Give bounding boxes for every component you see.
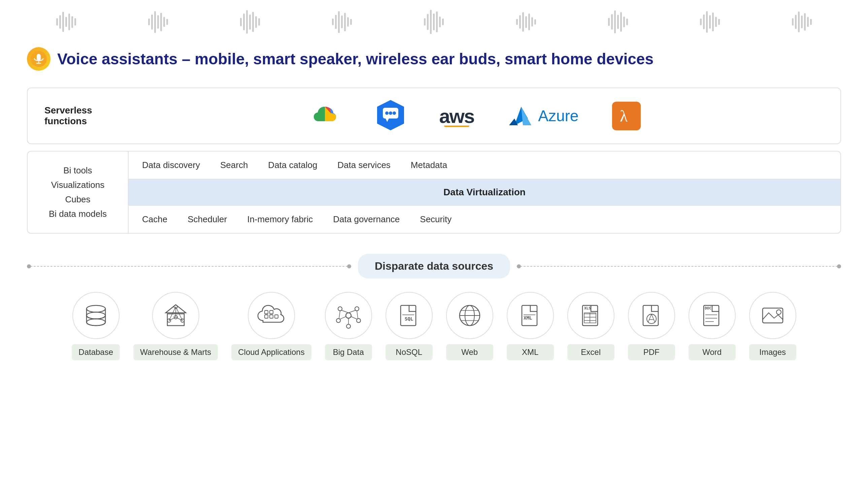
svg-text:XML: XML [524, 315, 532, 320]
waveform-bar [700, 18, 702, 25]
waveform-bar [718, 19, 720, 25]
waveform-bar [433, 13, 435, 30]
waveform-bar [62, 12, 64, 32]
waveform-bar [243, 13, 245, 30]
web-label: Web [446, 344, 493, 360]
waveform-bar [427, 14, 429, 30]
svg-rect-26 [265, 315, 268, 318]
svg-line-37 [341, 310, 348, 313]
word-icon-container: DOC [688, 292, 736, 339]
waveform-bar [525, 16, 527, 28]
data-governance: Data governance [333, 214, 400, 225]
azure-icon: Azure [508, 105, 578, 127]
waveform-bar [804, 13, 806, 31]
waveform-bar [516, 19, 518, 25]
svg-point-14 [87, 312, 105, 319]
waveform-bar [620, 12, 622, 32]
waveform-section [0, 0, 868, 40]
svg-text:λ: λ [620, 107, 628, 125]
waveform-bar [715, 17, 717, 27]
svg-point-12 [87, 305, 105, 312]
svg-line-40 [351, 316, 357, 319]
waveform-bar [442, 18, 444, 25]
serverless-box: Serverless functions [27, 88, 841, 144]
data-source-web: Web [446, 292, 493, 360]
voice-icon [27, 47, 51, 71]
data-panel: Data discovery Search Data catalog Data … [129, 152, 840, 233]
waveform-bar [519, 15, 521, 29]
svg-point-7 [389, 112, 392, 115]
database-label: Database [72, 344, 120, 360]
waveform-bar [436, 11, 438, 32]
bi-tools-item-3: Cubes [41, 194, 115, 205]
waveform-bar [157, 15, 159, 29]
dashed-line-left [27, 266, 351, 267]
waveform-bar [531, 17, 533, 27]
waveform-bar [240, 18, 242, 26]
data-source-xml: XML XML [507, 292, 554, 360]
pdf-icon-container [628, 292, 675, 339]
waveform-bar [65, 17, 67, 27]
svg-line-39 [340, 316, 346, 319]
svg-rect-1 [37, 54, 41, 61]
waveform-bar [611, 14, 613, 30]
bi-tools-panel: Bi tools Visualizations Cubes Bi data mo… [28, 152, 129, 233]
waveform-group-9 [792, 11, 812, 32]
svg-rect-44 [401, 305, 416, 326]
svg-line-42 [339, 311, 340, 318]
waveform-bar [522, 12, 524, 32]
dashed-line-right [517, 266, 841, 267]
waveform-group-2 [148, 11, 168, 33]
lambda-icon: λ [612, 102, 641, 130]
waveform-bar [792, 18, 793, 26]
waveform-bar [347, 17, 349, 27]
data-source-cloud: Cloud Applications [231, 292, 311, 360]
cache: Cache [142, 214, 167, 225]
svg-point-76 [776, 310, 781, 314]
voice-title: Voice assistants – mobile, smart speaker… [57, 50, 654, 68]
search-item: Search [220, 160, 248, 170]
data-sources-row: Database Warehouse & Marts [0, 285, 868, 374]
data-catalog: Data catalog [268, 160, 317, 170]
data-virtualization-row: Data Virtualization [129, 180, 840, 206]
aws-icon: aws [439, 105, 474, 127]
warehouse-label: Warehouse & Marts [133, 344, 218, 360]
waveform-bar [246, 10, 248, 34]
dialogflow-icon [376, 98, 406, 133]
word-label: Word [688, 344, 736, 360]
serverless-label: Serverless functions [44, 105, 98, 127]
cloud-icon-container [248, 292, 295, 339]
bi-tools-item-1: Bi tools [41, 165, 115, 176]
svg-rect-30 [270, 311, 273, 314]
svg-point-13 [87, 319, 105, 326]
waveform-bar [341, 15, 343, 28]
data-bottom-row: Cache Scheduler In-memory fabric Data go… [129, 206, 840, 233]
in-memory-fabric: In-memory fabric [247, 214, 313, 225]
waveform-bar [439, 16, 441, 27]
nosql-label: NoSQL [385, 344, 433, 360]
bigdata-icon-container [325, 292, 372, 339]
waveform-bar [614, 11, 616, 33]
images-label: Images [749, 344, 796, 360]
data-top-row: Data discovery Search Data catalog Data … [129, 152, 840, 180]
svg-rect-28 [275, 315, 278, 318]
waveform-bar [148, 18, 150, 25]
nosql-icon-container: SQL [385, 292, 433, 339]
waveform-bar [255, 16, 257, 28]
waveform-bar [424, 18, 425, 26]
data-source-images: Images [749, 292, 796, 360]
waveform-bar [258, 18, 260, 26]
svg-point-31 [346, 313, 351, 318]
security: Security [420, 214, 451, 225]
waveform-bar [528, 13, 530, 30]
cloud-icons-group: aws Azure λ [125, 98, 824, 133]
waveform-bar [430, 10, 432, 34]
waveform-bar [252, 12, 254, 32]
svg-rect-27 [270, 315, 273, 318]
waveform-bar [795, 15, 797, 29]
waveform-bar [703, 14, 705, 29]
waveform-bar [798, 11, 800, 32]
waveform-bar [626, 18, 628, 25]
svg-text:DOC: DOC [705, 306, 711, 311]
waveform-bar [608, 18, 610, 26]
